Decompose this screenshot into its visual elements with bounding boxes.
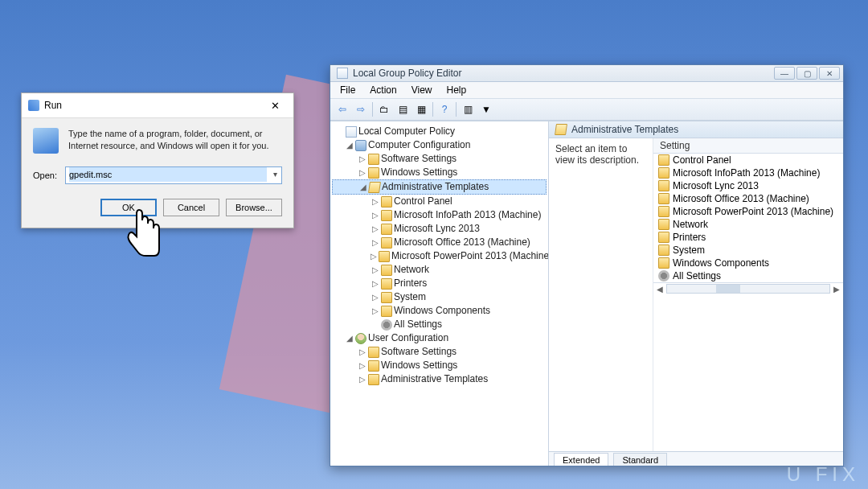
- chevron-down-icon[interactable]: ▾: [273, 170, 277, 179]
- folder-open-icon: [555, 124, 567, 135]
- list-icon[interactable]: ▤: [394, 101, 411, 118]
- folder-icon: [381, 210, 392, 221]
- folder-icon: [658, 257, 669, 269]
- folder-icon: [658, 244, 669, 256]
- browse-button[interactable]: Browse...: [226, 199, 282, 216]
- help-icon[interactable]: ?: [436, 101, 453, 118]
- run-description: Type the name of a program, folder, docu…: [68, 128, 282, 154]
- list-item[interactable]: Microsoft Office 2013 (Machine): [653, 192, 843, 205]
- tree-computer-config[interactable]: ◢Computer Configuration: [332, 138, 547, 152]
- list-item[interactable]: All Settings: [653, 269, 843, 282]
- up-icon[interactable]: 🗀: [375, 101, 393, 118]
- description-pane: Select an item to view its description.: [549, 138, 653, 451]
- gp-tree[interactable]: Local Computer Policy ◢Computer Configur…: [330, 121, 549, 466]
- folder-icon: [658, 180, 669, 191]
- folder-icon: [658, 206, 669, 217]
- tree-item[interactable]: ▷Microsoft Office 2013 (Machine): [332, 236, 547, 249]
- tree-item[interactable]: ▷Microsoft Lync 2013: [332, 222, 547, 236]
- tree-item[interactable]: ▷Windows Settings: [332, 359, 547, 372]
- tree-item[interactable]: All Settings: [332, 318, 547, 331]
- tree-item[interactable]: ▷Microsoft InfoPath 2013 (Machine): [332, 208, 547, 222]
- open-label: Open:: [33, 171, 57, 180]
- folder-icon: [658, 193, 669, 204]
- tab-extended[interactable]: Extended: [554, 453, 608, 466]
- tree-item[interactable]: ▷System: [332, 290, 547, 304]
- tree-item[interactable]: ▷Software Settings: [332, 345, 547, 359]
- computer-icon: [355, 140, 366, 151]
- folder-icon: [368, 154, 379, 165]
- run-window-icon: [28, 100, 39, 111]
- watermark: U FIX: [787, 463, 860, 486]
- menu-view[interactable]: View: [405, 83, 439, 97]
- tree-user-config[interactable]: ◢User Configuration: [332, 331, 547, 345]
- gp-app-icon: [337, 68, 348, 79]
- forward-icon[interactable]: ⇨: [352, 101, 370, 118]
- folder-icon: [381, 306, 392, 317]
- right-pane-header: Administrative Templates: [549, 121, 843, 138]
- run-titlebar: Run ✕: [22, 93, 293, 118]
- folder-icon: [381, 224, 392, 235]
- list-item[interactable]: Network: [653, 218, 843, 231]
- filter1-icon[interactable]: ▥: [459, 101, 477, 118]
- tree-item[interactable]: ▷Network: [332, 263, 547, 277]
- list-item[interactable]: Microsoft Lync 2013: [653, 179, 843, 192]
- tree-item[interactable]: ▷Software Settings: [332, 152, 547, 166]
- folder-icon: [381, 265, 392, 276]
- tree-item[interactable]: ▷Windows Settings: [332, 166, 547, 179]
- gear-icon: [381, 319, 392, 331]
- ok-button[interactable]: OK: [100, 199, 157, 216]
- settings-list[interactable]: Setting Control Panel Microsoft InfoPath…: [653, 138, 843, 451]
- close-button[interactable]: ✕: [263, 97, 287, 114]
- gpedit-window: Local Group Policy Editor — ▢ ✕ File Act…: [330, 64, 844, 466]
- folder-icon: [368, 360, 379, 372]
- back-icon[interactable]: ⇦: [334, 101, 351, 118]
- gp-titlebar: Local Group Policy Editor — ▢ ✕: [330, 65, 843, 82]
- run-app-icon: [33, 128, 59, 154]
- gp-toolbar: ⇦ ⇨ 🗀 ▤ ▦ ? ▥ ▼: [330, 99, 843, 121]
- folder-icon: [658, 219, 669, 230]
- folder-icon: [381, 278, 392, 290]
- folder-icon: [381, 292, 392, 303]
- horizontal-scrollbar[interactable]: ◀▶: [653, 282, 843, 294]
- right-header-text: Administrative Templates: [571, 124, 678, 135]
- run-input-combo[interactable]: ▾: [65, 166, 282, 184]
- tree-root[interactable]: Local Computer Policy: [332, 125, 547, 138]
- folder-icon: [381, 237, 392, 249]
- folder-icon: [368, 374, 379, 385]
- list-item[interactable]: Windows Components: [653, 257, 843, 269]
- tree-admin-templates[interactable]: ◢Administrative Templates: [332, 179, 547, 195]
- tree-item[interactable]: ▷Control Panel: [332, 195, 547, 208]
- list-item[interactable]: Microsoft PowerPoint 2013 (Machine): [653, 205, 843, 218]
- list-item[interactable]: Printers: [653, 231, 843, 244]
- list-item[interactable]: System: [653, 244, 843, 257]
- maximize-button[interactable]: ▢: [796, 67, 817, 80]
- minimize-button[interactable]: —: [774, 67, 795, 80]
- menu-help[interactable]: Help: [440, 83, 473, 97]
- folder-icon: [381, 196, 392, 208]
- tree-item[interactable]: ▷Administrative Templates: [332, 372, 547, 386]
- tree-item[interactable]: ▷Windows Components: [332, 304, 547, 318]
- tab-standard[interactable]: Standard: [613, 453, 667, 466]
- tree-item[interactable]: ▷Microsoft PowerPoint 2013 (Machine): [332, 249, 547, 263]
- menu-file[interactable]: File: [334, 83, 362, 97]
- folder-icon: [368, 347, 379, 358]
- cancel-button[interactable]: Cancel: [163, 199, 219, 216]
- folder-icon: [368, 167, 379, 179]
- gear-icon: [658, 270, 669, 281]
- run-input[interactable]: [69, 167, 267, 182]
- list-item[interactable]: Microsoft InfoPath 2013 (Machine): [653, 166, 843, 179]
- close-button[interactable]: ✕: [819, 67, 840, 80]
- folder-icon: [658, 154, 669, 166]
- properties-icon[interactable]: ▦: [412, 101, 430, 118]
- gp-menubar: File Action View Help: [330, 82, 843, 99]
- tree-item[interactable]: ▷Printers: [332, 277, 547, 290]
- menu-action[interactable]: Action: [363, 83, 403, 97]
- column-header-setting[interactable]: Setting: [653, 138, 843, 154]
- list-item[interactable]: Control Panel: [653, 154, 843, 166]
- filter2-icon[interactable]: ▼: [477, 101, 495, 118]
- folder-icon: [658, 167, 669, 179]
- folder-icon: [379, 251, 390, 262]
- folder-open-icon: [368, 182, 381, 193]
- policy-icon: [346, 126, 357, 138]
- user-icon: [355, 333, 366, 344]
